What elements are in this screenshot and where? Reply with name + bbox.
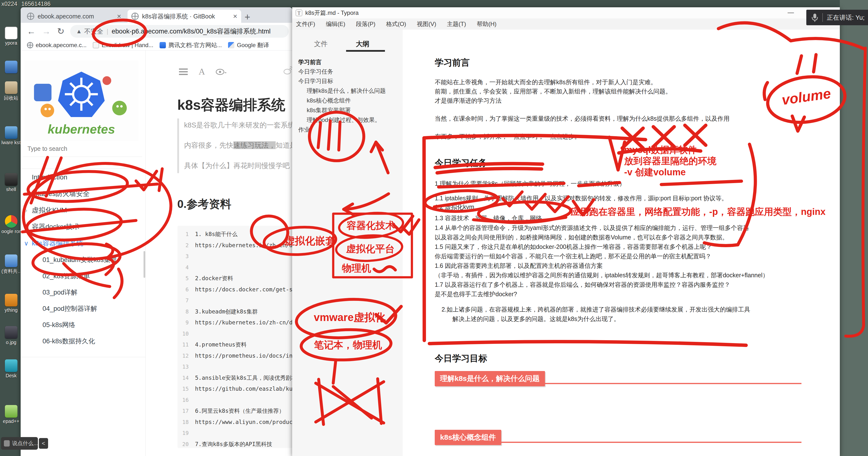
menu-paragraph[interactable]: 段落(P) bbox=[356, 20, 375, 28]
chevron-down-icon: ∨ bbox=[21, 240, 32, 247]
address-bar[interactable]: ▲ 不安全 | ebook-p6.apecome.com/k8s/00_k8s容… bbox=[70, 25, 289, 38]
chrome-window: ebook.apecome.com × k8s容器编排系统 · GitBook … bbox=[21, 7, 292, 456]
tencent-docs-favicon bbox=[160, 42, 166, 48]
sidebar-scrollbar-thumb[interactable] bbox=[144, 251, 145, 278]
typora-document[interactable]: 学习前言 不能站在上帝视角，一开始就大而全的去理解k8s所有组件，对于新人入门是… bbox=[403, 30, 840, 456]
doc-task-line: 1.理解为什么需要学k8s（回顾第六章的学习历程，一步步而来的升级） bbox=[435, 180, 625, 188]
sidebar-item-iptables[interactable]: › Iptables防火墙安全 bbox=[21, 187, 146, 201]
outline-item[interactable]: 理解k8s是什么，解决什么问题 bbox=[307, 87, 386, 95]
doc-paragraph: 当然，在课余时间，为了掌握这一类重量级的技术，必须得看资料，理解为什么k8s提供… bbox=[435, 115, 730, 123]
bookmark-ebook[interactable]: ebook.apecome.c... bbox=[27, 42, 87, 48]
code-block: 11. k8s能干什么 2https://kubernetes.io/zh-cn… bbox=[178, 226, 292, 448]
sidebar-item-introduction[interactable]: Introduction bbox=[21, 170, 146, 184]
menu-theme[interactable]: 主题(T) bbox=[447, 20, 466, 28]
sidebar-item-kvm[interactable]: › 虚拟化KVM bbox=[21, 203, 146, 217]
doc-task-line: 1.3 容器技术，容器，镜像，仓库，网络 bbox=[435, 214, 542, 222]
forward-icon[interactable]: → bbox=[42, 26, 51, 36]
desktop-icon-recycle[interactable]: 回收站 bbox=[1, 82, 21, 101]
outline-item[interactable]: 理解pod创建过程、与效果。 bbox=[307, 116, 380, 124]
browser-tab-gitbook[interactable]: k8s容器编排系统 · GitBook × bbox=[127, 10, 241, 23]
sidebar-item-01-kubeadm[interactable]: 01_kubeadm安装k8s集群 bbox=[42, 253, 145, 266]
not-secure-icon: ▲ bbox=[76, 28, 82, 35]
globe-favicon bbox=[27, 12, 34, 20]
doc-task-line: 以及容器之间会共同使用到的，如桥接网络网段，如创建的数据卷Volume，也可以在… bbox=[435, 233, 728, 241]
sidebar-item-02-resources[interactable]: 02_k8s资源清单 bbox=[42, 269, 145, 283]
desktop-icon-pc[interactable] bbox=[1, 61, 21, 74]
globe-favicon bbox=[27, 42, 33, 48]
gitbook-sidebar: kubernetes Introduction › Iptables防火墙安全 … bbox=[21, 51, 146, 456]
bookmark-tencent-docs[interactable]: 腾讯文档-官方网站... bbox=[160, 41, 222, 49]
blockquote-bar bbox=[177, 119, 179, 173]
outline-item[interactable]: 作业 bbox=[298, 126, 310, 134]
bookmark-google-translate[interactable]: Google 翻译 bbox=[228, 41, 269, 49]
active-tab-underline bbox=[346, 50, 385, 52]
folder-icon bbox=[5, 255, 18, 267]
doc-paragraph: 东西多，不怕多，拆开来，一点点学习，一点点进步。 bbox=[435, 133, 581, 140]
toc-toggle-icon[interactable] bbox=[179, 67, 188, 76]
desktop-icon-typora[interactable]: ypora bbox=[1, 27, 21, 46]
tab-outline[interactable]: 大纲 bbox=[356, 39, 369, 48]
bookmark-excalidraw[interactable]: Excalidraw | Hand... bbox=[93, 42, 153, 48]
danmaku-input-bar[interactable]: 说点什么... bbox=[1, 437, 38, 450]
menu-help[interactable]: 帮助(H) bbox=[477, 20, 496, 28]
menu-format[interactable]: 格式(O) bbox=[386, 20, 406, 28]
danmaku-collapse-button[interactable]: < bbox=[39, 438, 48, 449]
menu-file[interactable]: 文件(F) bbox=[296, 20, 315, 28]
tab-close-icon[interactable]: × bbox=[233, 12, 237, 21]
kubernetes-cartoon-logo: kubernetes bbox=[24, 61, 138, 141]
outline-item[interactable]: 学习前言 bbox=[298, 58, 321, 66]
coral-rule bbox=[435, 383, 802, 384]
not-secure-label: 不安全 bbox=[84, 27, 103, 36]
reload-icon[interactable]: ↻ bbox=[57, 26, 64, 36]
desktop-icon-image[interactable]: o.jpg bbox=[1, 326, 21, 345]
sidebar-item-03-pod[interactable]: 03_pod详解 bbox=[42, 286, 145, 299]
sidebar-item-k8s[interactable]: ∨ k8s容器编排系统 bbox=[21, 236, 146, 250]
sidebar-item-04-controller[interactable]: 04_pod控制器详解 bbox=[42, 302, 145, 315]
sidebar-search bbox=[23, 141, 142, 157]
desktop-icon-chrome[interactable]: oogle rome bbox=[1, 215, 21, 234]
chrome-icon bbox=[5, 215, 18, 228]
desktop-icon-share-folder[interactable]: (资料共...).exe bbox=[1, 255, 21, 274]
weibo-share-icon[interactable] bbox=[283, 66, 292, 76]
tab-close-icon[interactable]: × bbox=[117, 12, 121, 21]
typora-app-icon: T bbox=[296, 9, 302, 16]
outline-item[interactable]: k8s集群安装部署 bbox=[307, 106, 351, 114]
desktop-icon-vmware[interactable]: lware kstatio... bbox=[1, 126, 21, 145]
back-icon[interactable]: ← bbox=[27, 26, 36, 36]
speaking-indicator-toast: 正在讲话: Yu; bbox=[806, 10, 868, 25]
menu-view[interactable]: 视图(V) bbox=[417, 20, 436, 28]
speaking-label: 正在讲话: Yu; bbox=[827, 13, 865, 22]
desktop-icon-notepadpp[interactable]: epad++ bbox=[1, 405, 21, 424]
quote-line: 内容很多，先快速练习玩法，知道是什么就 bbox=[184, 140, 292, 150]
outline-item[interactable]: 今日学习目标 bbox=[298, 77, 333, 85]
minimize-button[interactable]: — bbox=[787, 9, 794, 16]
tab-files[interactable]: 文件 bbox=[314, 39, 328, 48]
browser-toolbar: ← → ↻ ▲ 不安全 | ebook-p6.apecome.com/k8s/0… bbox=[21, 23, 292, 40]
divider bbox=[21, 357, 146, 357]
desktop-icon-xshell[interactable]: shell bbox=[1, 173, 21, 192]
font-settings-icon[interactable]: A bbox=[199, 67, 205, 77]
desktop-corner-label: x0224 bbox=[1, 0, 17, 7]
outline-item[interactable]: k8s核心概念组件 bbox=[307, 97, 351, 104]
typora-titlebar[interactable]: T k8s开篇.md - Typora bbox=[292, 7, 840, 19]
doc-paragraph: 不能站在上帝视角，一开始就大而全的去理解k8s所有组件，对于新人入门是灾难。 bbox=[435, 78, 657, 86]
doc-task-line: 1.1 iptables规则，为了理解防火墙作用、以及实现对数据包的转发，修改作… bbox=[435, 194, 727, 202]
excalidraw-favicon bbox=[93, 42, 99, 48]
eye-icon[interactable] bbox=[216, 68, 226, 76]
typora-desktop-icon bbox=[5, 27, 18, 39]
outline-item[interactable]: 今日学习任务 bbox=[298, 68, 333, 75]
new-tab-button[interactable]: + bbox=[245, 12, 250, 23]
sidebar-item-06-persistence[interactable]: 06-k8s数据持久化 bbox=[42, 334, 145, 348]
xshell-icon bbox=[5, 173, 18, 186]
sidebar-item-docker[interactable]: › 容器docker技术 bbox=[21, 220, 146, 234]
gitbook-article: A k8s容器编排系统 k8S是谷歌几十年来研发的一套系统，更新 内容很多，先快… bbox=[146, 51, 292, 456]
desktop-icon-everything[interactable]: ything bbox=[1, 294, 21, 313]
sidebar-item-05-network[interactable]: 05-k8s网络 bbox=[42, 318, 145, 331]
menu-edit[interactable]: 编辑(E) bbox=[326, 20, 345, 28]
globe-favicon bbox=[131, 12, 139, 20]
typora-menubar: 文件(F) 编辑(E) 段落(P) 格式(O) 视图(V) 主题(T) 帮助(H… bbox=[292, 19, 840, 30]
search-input[interactable] bbox=[23, 141, 142, 157]
logo-word: kubernetes bbox=[48, 122, 115, 136]
browser-tab-ebook[interactable]: ebook.apecome.com × bbox=[23, 10, 125, 23]
desktop-icon-todesk[interactable]: Desk bbox=[1, 359, 21, 379]
